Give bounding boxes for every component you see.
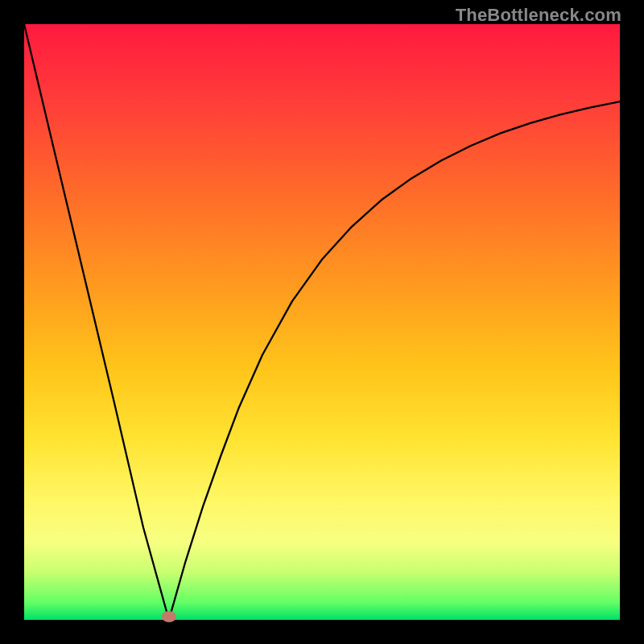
watermark-text: TheBottleneck.com	[456, 5, 621, 26]
minimum-marker	[162, 611, 176, 622]
bottleneck-curve	[24, 24, 620, 620]
plot-area	[24, 24, 620, 620]
chart-frame: TheBottleneck.com	[0, 0, 644, 644]
curve-svg	[24, 24, 620, 620]
